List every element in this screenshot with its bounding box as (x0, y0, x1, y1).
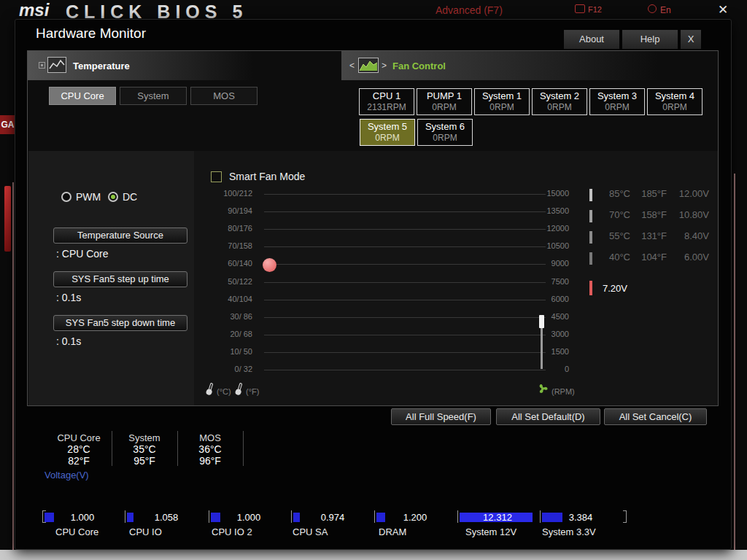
dc-voltage-handle[interactable] (263, 258, 276, 272)
step-voltage: 8.40V (671, 230, 709, 241)
fan-name: System 3 (590, 90, 644, 102)
status-temp-celsius: 35°C (108, 443, 181, 455)
voltage-name: System 12V (465, 526, 516, 537)
help-button[interactable]: Help (622, 30, 678, 49)
fan-rpm: 0RPM (418, 133, 472, 144)
step-temp-c: 85°C (600, 188, 630, 199)
step-temp-f: 158°F (633, 209, 667, 220)
step-temp-f: 104°F (633, 252, 667, 262)
temp-axis-label: 20/ 68 (210, 330, 252, 338)
pwm-radio-label[interactable]: PWM (76, 191, 101, 203)
status-temp-fahrenheit: 96°F (174, 455, 247, 467)
about-button[interactable]: About (564, 30, 619, 49)
fan-button-system1[interactable]: System 1 0RPM (474, 88, 530, 115)
gridline (264, 246, 546, 247)
step-up-time-button[interactable]: SYS Fan5 step up time (53, 271, 187, 287)
fan-rpm: 2131RPM (360, 102, 414, 113)
fan-name: System 4 (648, 90, 702, 102)
dc-radio-label[interactable]: DC (123, 191, 137, 203)
fan-rpm: 0RPM (417, 102, 471, 113)
language-icon[interactable] (648, 4, 657, 13)
all-set-cancel-button[interactable]: All Set Cancel(C) (604, 408, 707, 425)
rpm-axis-label: 9000 (537, 259, 569, 268)
fan-button-system4[interactable]: System 4 0RPM (647, 88, 703, 115)
gridline (264, 352, 546, 353)
fahrenheit-unit-label: (°F) (246, 387, 259, 396)
voltage-value: 3.384 (555, 512, 606, 523)
step-temp-f: 185°F (633, 188, 667, 199)
rpm-unit-label: (RPM) (551, 387, 575, 396)
fan-rpm: 0RPM (475, 102, 529, 113)
fan-rpm: 0RPM (590, 102, 644, 113)
voltage-tick (291, 510, 292, 523)
voltage-bar (376, 513, 385, 522)
status-temp-name: System (108, 432, 181, 443)
step-down-time-button[interactable]: SYS Fan5 step down time (53, 315, 187, 331)
fan-name: System 5 (360, 121, 414, 133)
fan-name: PUMP 1 (417, 90, 471, 102)
fan-button-system6[interactable]: System 6 0RPM (417, 119, 473, 146)
game-boost-badge: GA (0, 115, 15, 134)
gridline (264, 317, 546, 318)
tab-cpu-core[interactable]: CPU Core (49, 87, 116, 105)
fan-speed-slider-thumb[interactable] (539, 315, 544, 328)
voltage-step-row: 40°C 104°F 6.00V (589, 252, 717, 266)
language-label[interactable]: En (660, 5, 671, 15)
bios-screen: msi CLICK BIOS 5 Advanced (F7) F12 En ✕ … (0, 0, 747, 560)
temperature-source-button[interactable]: Temperature Source (53, 228, 187, 244)
fan-button-system2[interactable]: System 2 0RPM (532, 88, 587, 115)
screen-close-icon[interactable]: ✕ (718, 2, 728, 18)
fan-rpm: 0RPM (648, 102, 702, 113)
fan-button-cpu1[interactable]: CPU 1 2131RPM (359, 88, 414, 115)
voltage-step-row: 70°C 158°F 10.80V (589, 209, 717, 224)
fan-control-section-title: Fan Control (392, 61, 446, 71)
status-temp-system: System 35°C 95°F (108, 432, 181, 467)
rpm-axis-label: 10500 (537, 241, 569, 250)
gridline (264, 370, 546, 370)
status-temp-celsius: 28°C (42, 443, 115, 455)
voltage-tick (125, 510, 125, 523)
fan-name: CPU 1 (360, 90, 414, 102)
voltage-name: System 3.3V (542, 526, 596, 537)
fan-prev-icon[interactable]: < (349, 61, 355, 71)
voltage-bar (44, 513, 54, 522)
msi-logo: msi (19, 0, 49, 20)
tab-system[interactable]: System (120, 87, 187, 105)
rpm-axis-label: 12000 (537, 224, 569, 233)
all-full-speed-button[interactable]: All Full Speed(F) (391, 408, 491, 425)
dc-radio[interactable] (108, 192, 118, 202)
voltage-name: CPU Core (55, 526, 98, 537)
temp-axis-label: 100/212 (210, 189, 252, 198)
voltage-name: CPU IO 2 (212, 526, 252, 537)
voltage-name: CPU IO (129, 526, 162, 537)
fan-speed-slider-track[interactable] (541, 328, 543, 369)
voltage-bar (211, 513, 220, 522)
screenshot-icon[interactable] (575, 4, 585, 13)
voltage-bar (293, 513, 300, 522)
voltage-value: 12.312 (472, 512, 523, 523)
gridline (264, 194, 546, 195)
step-up-time-value: : 0.1s (56, 292, 81, 303)
step-voltage: 10.80V (671, 209, 709, 220)
fan-button-system3[interactable]: System 3 0RPM (589, 88, 645, 115)
status-temp-fahrenheit: 82°F (42, 455, 115, 467)
temp-axis-label: 60/140 (210, 259, 252, 268)
celsius-unit-label: (°C) (217, 387, 231, 396)
temp-axis-label: 80/176 (210, 224, 252, 233)
voltage-step-row: 85°C 185°F 12.00V (589, 188, 717, 203)
pwm-radio[interactable] (61, 192, 71, 202)
all-set-default-button[interactable]: All Set Default(D) (496, 408, 600, 425)
fan-button-pump1[interactable]: PUMP 1 0RPM (417, 88, 472, 115)
status-temp-fahrenheit: 95°F (108, 455, 181, 467)
smart-fan-checkbox[interactable] (211, 171, 222, 182)
status-temp-cpu-core: CPU Core 28°C 82°F (42, 432, 115, 467)
dialog-close-button[interactable]: X (681, 30, 701, 49)
hotkey-f12-label[interactable]: F12 (588, 5, 602, 14)
advanced-mode-menu[interactable]: Advanced (F7) (436, 4, 503, 16)
fan-next-icon[interactable]: > (382, 61, 387, 71)
voltage-value: 1.000 (57, 512, 108, 523)
tab-mos[interactable]: MOS (190, 87, 258, 105)
step-temp-c: 70°C (600, 209, 630, 220)
fan-button-system5[interactable]: System 5 0RPM (360, 119, 415, 146)
game-boost-stripe (4, 186, 11, 252)
